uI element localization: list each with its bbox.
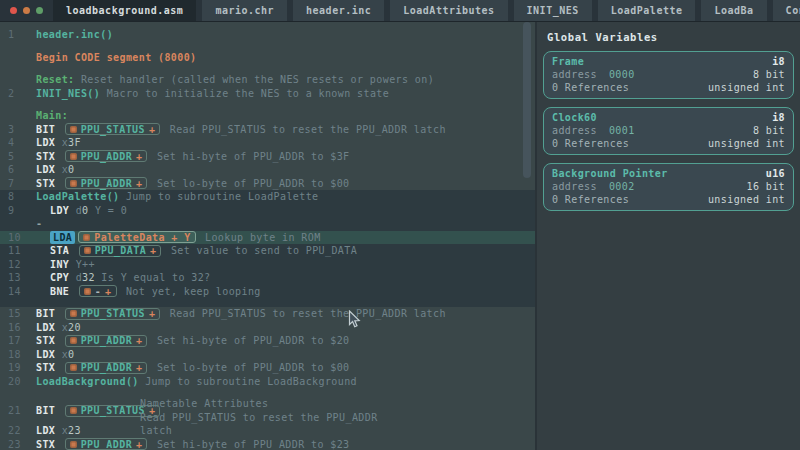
address-group: address0001	[552, 125, 635, 136]
code-line-3: 3BIT PPU_STATUS+ Read PPU_STATUS to rese…	[0, 123, 535, 137]
symbol-chip-PPU-ADDR[interactable]: PPU_ADDR+	[65, 177, 148, 189]
code-content: Begin CODE segment (8000)	[36, 51, 197, 64]
token-comment: Set value to send to PPU_DATA	[164, 244, 357, 257]
token-mn: BIT	[36, 123, 62, 136]
variable-card-background-pointer[interactable]: Background Pointeru16address000216 bit0 …	[543, 163, 794, 211]
token-call: header.inc()	[36, 28, 113, 41]
code-line-4: 4LDX x3F	[0, 136, 535, 150]
code-line: -	[0, 217, 535, 231]
token-mn: LDX	[36, 348, 62, 361]
variable-type: u16	[766, 168, 785, 179]
chip-plus-icon[interactable]: +	[136, 438, 142, 450]
code-line-22: 22LDX x23latch	[0, 424, 535, 438]
chip-label: PPU_DATA	[95, 244, 146, 257]
tab-header-inc[interactable]: header.inc	[293, 0, 384, 21]
token-mn: BNE	[50, 285, 76, 298]
chip-plus-icon[interactable]: +	[136, 334, 142, 347]
line-number: 19	[0, 361, 36, 374]
symbol-chip-PPU-ADDR[interactable]: PPU_ADDR+	[65, 150, 148, 162]
token-call: INIT_NES()	[36, 87, 100, 100]
global-variables-panel: Global Variables Framei8address00008 bit…	[535, 22, 800, 450]
tab-loadpalette[interactable]: LoadPalette	[598, 0, 696, 21]
code-line: Begin CODE segment (8000)	[0, 51, 535, 65]
code-content: STX PPU_ADDR+ Set hi-byte of PPU_ADDR to…	[36, 150, 350, 163]
token-comment: Set hi-byte of PPU_ADDR to $20	[150, 334, 349, 347]
symbol-chip-PPU-STATUS[interactable]: PPU_STATUS+	[65, 123, 161, 135]
tab-loadba[interactable]: LoadBa	[701, 0, 766, 21]
chip-plus-icon[interactable]: +	[136, 150, 142, 163]
address-value: 0000	[609, 69, 635, 80]
symbol-chip-PPU-STATUS[interactable]: PPU_STATUS+	[65, 308, 161, 320]
tab-constants[interactable]: Constants	[773, 0, 800, 21]
token-mn: LDX	[36, 321, 62, 334]
line-number: 7	[0, 177, 36, 190]
chip-plus-icon[interactable]: +	[149, 123, 155, 136]
code-content: STA PPU_DATA+ Set value to send to PPU_D…	[50, 244, 357, 257]
chip-memory-icon	[70, 337, 77, 344]
token-comment: Set hi-byte of PPU_ADDR to $3F	[150, 150, 349, 163]
token-mnsel: LDA	[50, 231, 75, 244]
line-number: 12	[0, 258, 36, 271]
code-line-2: 2INIT_NES() Macro to initialize the NES …	[0, 87, 535, 101]
close-button[interactable]	[10, 7, 17, 14]
symbol-chip-PPU-DATA[interactable]: PPU_DATA+	[79, 245, 162, 257]
chip-plus-icon[interactable]: +	[149, 307, 155, 320]
chip-label: PPU_STATUS	[81, 123, 145, 136]
token-heading: Begin CODE segment (8000)	[36, 51, 197, 64]
variable-card-frame[interactable]: Framei8address00008 bit0 Referencesunsig…	[543, 51, 794, 99]
variable-type: i8	[772, 56, 785, 67]
token-comment: Reset handler (called when the NES reset…	[75, 73, 435, 86]
code-line-16: 16LDX x20	[0, 321, 535, 335]
token-val: 0	[68, 163, 74, 176]
token-comment: Not yet, keep looping	[120, 285, 261, 298]
code-content: CPY d32 Is Y equal to 32?	[50, 271, 211, 284]
symbol-chip--[interactable]: -+	[79, 285, 117, 297]
symbol-chip-PPU-ADDR[interactable]: PPU_ADDR+	[65, 438, 148, 450]
line-number: 8	[0, 190, 36, 203]
symbol-chip-PaletteData-Y[interactable]: PaletteData + Y	[78, 231, 195, 243]
address-group: address0000	[552, 69, 635, 80]
address-value: 0001	[609, 125, 635, 136]
address-label: address	[552, 181, 597, 192]
chip-plus-icon[interactable]: +	[150, 244, 156, 257]
variable-card-clock60[interactable]: Clock60i8address00018 bit0 Referencesuns…	[543, 107, 794, 155]
card-refs-row: 0 Referencesunsigned int	[552, 193, 785, 206]
token-mn: STX	[36, 438, 62, 450]
symbol-chip-PPU-ADDR[interactable]: PPU_ADDR+	[65, 362, 148, 374]
code-editor[interactable]: 1header.inc()Begin CODE segment (8000)Re…	[0, 22, 535, 450]
tab-loadbackground-asm[interactable]: loadbackground.asm	[53, 0, 196, 21]
zoom-button[interactable]	[36, 7, 43, 14]
chip-plus-icon[interactable]: +	[105, 285, 111, 298]
card-refs-row: 0 Referencesunsigned int	[552, 137, 785, 150]
tab-loadattributes[interactable]: LoadAttributes	[390, 0, 507, 21]
token-comment: Jump to subroutine LoadBackground	[139, 375, 357, 388]
minimize-button[interactable]	[23, 7, 30, 14]
variable-type: i8	[772, 112, 785, 123]
signedness: unsigned int	[708, 138, 785, 149]
editor-scrollbar-thumb[interactable]	[523, 22, 531, 178]
code-content: STX PPU_ADDR+ Set lo-byte of PPU_ADDR to…	[36, 177, 350, 190]
tab-mario-chr[interactable]: mario.chr	[202, 0, 287, 21]
token-comment: Macro to initialize the NES to a known s…	[100, 87, 389, 100]
token-val: 3F	[68, 136, 81, 149]
code-line-7: 7STX PPU_ADDR+ Set lo-byte of PPU_ADDR t…	[0, 177, 535, 191]
chip-plus-icon[interactable]: +	[136, 177, 142, 190]
chip-label: PPU_ADDR	[81, 150, 132, 163]
line-number: 13	[0, 271, 36, 284]
variable-card-list: Framei8address00008 bit0 Referencesunsig…	[543, 51, 794, 211]
code-content: LDX x0	[36, 348, 75, 361]
line-number: 22	[0, 424, 36, 437]
token-mn: STX	[36, 361, 62, 374]
code-content: LDAPaletteData + Y Lookup byte in ROM	[50, 231, 321, 244]
token-mn: STX	[36, 177, 62, 190]
tab-init-nes[interactable]: INIT_NES	[514, 0, 592, 21]
line-number: 2	[0, 87, 36, 100]
code-content: LoadPalette() Jump to subroutine LoadPal…	[36, 190, 319, 203]
code-line	[0, 388, 535, 397]
token-mn: LDX	[36, 136, 62, 149]
mouse-cursor-icon	[348, 310, 361, 333]
symbol-chip-PPU-ADDR[interactable]: PPU_ADDR+	[65, 335, 148, 347]
chip-memory-icon	[70, 441, 77, 448]
chip-memory-icon	[84, 247, 91, 254]
chip-plus-icon[interactable]: +	[136, 361, 142, 374]
